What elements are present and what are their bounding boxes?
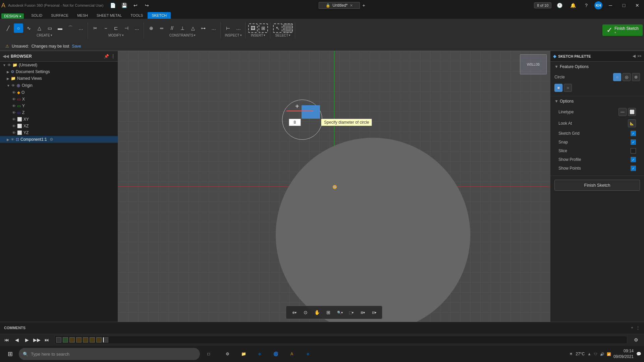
constrain5-btn[interactable]: △ (188, 23, 198, 33)
tab-mesh[interactable]: MESH (73, 12, 92, 19)
orbit-btn[interactable]: ⊙ (300, 307, 311, 318)
taskbar-edge2-btn[interactable]: e (301, 347, 315, 361)
browser-item-origin-z[interactable]: 👁 ▭ Z (0, 109, 118, 116)
component-settings-icon[interactable]: ⚙ (50, 137, 53, 142)
eye-icon[interactable]: 👁 (11, 83, 15, 87)
spline-btn[interactable]: ∿ (24, 23, 34, 33)
network-icon[interactable]: ▲ (587, 352, 591, 356)
browser-item-origin[interactable]: ▼ 👁 ⊕ Origin (0, 82, 118, 89)
maximize-btn[interactable]: □ (619, 0, 629, 11)
feature-options-header[interactable]: ▼ Feature Options (554, 64, 640, 69)
pan-btn[interactable]: ✋ (312, 307, 322, 318)
eye-icon[interactable]: 👁 (12, 104, 16, 108)
taskbar-chrome-btn[interactable]: 🌀 (268, 347, 283, 361)
start-btn[interactable]: ⊞ (3, 347, 17, 361)
view-options-btn[interactable]: ⊟▾ (369, 307, 379, 318)
look-at-btn[interactable]: 📐 (628, 119, 636, 127)
select-cursor-btn[interactable]: ⬚ (283, 23, 293, 33)
more-constraints-btn[interactable]: … (209, 23, 218, 33)
minimize-btn[interactable]: ─ (605, 0, 616, 11)
create-group-label[interactable]: CREATE ▾ (37, 34, 52, 37)
sketch-grid-checkbox[interactable] (631, 131, 636, 136)
eye-icon[interactable]: 👁 (12, 111, 16, 115)
timeline-marker-3[interactable] (69, 337, 75, 343)
grid-display-btn[interactable]: ⊞▾ (357, 307, 368, 318)
browser-item-origin-x[interactable]: 👁 ▭ X (0, 96, 118, 103)
insert-image-btn[interactable]: 🖼 (248, 23, 258, 33)
finish-sketch-palette-btn[interactable]: Finish Sketch (554, 180, 640, 191)
select-mode-btn[interactable]: ↖ (273, 23, 282, 33)
eye-icon[interactable]: 👁 (12, 131, 16, 135)
inspect-dim-btn[interactable]: ⊢ (223, 23, 233, 33)
eye-icon[interactable]: 👁 (12, 124, 16, 128)
tab-sketch[interactable]: SKETCH (148, 12, 171, 19)
options-header[interactable]: ▼ Options (554, 99, 640, 104)
3pt-circle-btn[interactable]: ⊚ (632, 73, 640, 81)
tab-solid[interactable]: SOLID (27, 12, 46, 19)
finish-sketch-ribbon-btn[interactable]: ✓ Finish Sketch ▾ (602, 24, 643, 36)
new-tab-btn[interactable]: + (360, 0, 368, 11)
viewport[interactable]: Specify diameter of circle + W0LL0B ⊕▾ ⊙… (118, 51, 550, 322)
save-now-btn[interactable]: Save (72, 44, 81, 49)
browser-pin-icon[interactable]: 📌 (104, 54, 109, 59)
close-btn[interactable]: ✕ (632, 0, 643, 11)
filled-circle-btn[interactable]: ■ (554, 84, 562, 92)
fit-btn[interactable]: ⊞ (323, 307, 334, 318)
timeline-marker-1[interactable] (56, 337, 61, 343)
tab-sheet-metal[interactable]: SHEET METAL (93, 12, 126, 19)
task-view-btn[interactable]: □ (201, 347, 216, 361)
redo-btn[interactable]: ↪ (142, 0, 152, 11)
select-group-label[interactable]: SELECT ▾ (275, 34, 291, 37)
linetype-construct-btn[interactable]: ⬜ (628, 108, 636, 116)
browser-item-origin-xy[interactable]: 👁 ⬜ XY (0, 116, 118, 123)
center-circle-btn[interactable]: ○ (613, 73, 621, 81)
display-mode-btn[interactable]: ⬚▾ (346, 307, 357, 318)
circle-tool-btn[interactable]: ○ (14, 23, 23, 33)
eye-icon[interactable]: 👁 (12, 97, 16, 101)
timeline-current-marker[interactable] (103, 337, 108, 343)
browser-item-named-views[interactable]: ▶ 📁 Named Views (0, 75, 118, 82)
browser-item-origin-yz[interactable]: 👁 ⬜ YZ (0, 129, 118, 136)
tab-tools[interactable]: TOOLS (126, 12, 147, 19)
system-clock[interactable]: 09:14 09/09/2021 (613, 348, 634, 360)
network-wifi-icon[interactable]: 📶 (607, 352, 611, 356)
insert-more-btn[interactable]: ⊞ (259, 23, 268, 33)
timeline-prev-btn[interactable]: ◀ (13, 335, 21, 345)
browser-item-component1[interactable]: ▶ 👁 ⊡ Component1:1 ⚙ (0, 136, 118, 143)
eye-icon[interactable]: 👁 (11, 137, 14, 141)
help-icon[interactable]: ? (581, 0, 592, 11)
modify-group-label[interactable]: MODIFY ▾ (108, 34, 124, 37)
palette-collapse-left-icon[interactable]: ◀ (633, 54, 635, 58)
constrain4-btn[interactable]: ⊥ (178, 23, 187, 33)
show-profile-checkbox[interactable] (631, 157, 636, 162)
snap-checkbox[interactable] (631, 139, 636, 145)
view-cube[interactable]: W0LL0B (520, 54, 547, 74)
line-tool-btn[interactable]: ╱ (3, 23, 13, 33)
arc-btn[interactable]: ⌒ (66, 23, 75, 33)
design-dropdown[interactable]: DESIGN ▾ (1, 13, 24, 19)
eye-icon[interactable]: 👁 (7, 63, 11, 67)
browser-item-origin-o[interactable]: 👁 ◆ O (0, 89, 118, 96)
clock-icon[interactable]: 🕐 (554, 0, 565, 11)
linetype-solid-btn[interactable]: — (619, 108, 627, 116)
tab-surface[interactable]: SURFACE (47, 12, 72, 19)
more-create-btn[interactable]: … (76, 23, 86, 33)
comments-dots-icon[interactable]: ⋮ (636, 325, 640, 330)
browser-dots-icon[interactable]: ⋮ (111, 54, 115, 59)
timeline-marker-5[interactable] (83, 337, 88, 343)
browser-item-unsaved[interactable]: ▼ 👁 📁 (Unsaved) (0, 62, 118, 68)
timeline-next-btn[interactable]: ▶▶ (33, 335, 41, 345)
offset-btn[interactable]: ⊏ (111, 23, 121, 33)
notification-bell-icon[interactable]: 🔔 (568, 0, 578, 11)
timeline-track[interactable] (54, 336, 627, 344)
dimension-input[interactable] (289, 119, 301, 126)
insert-group-label[interactable]: INSERT ▾ (251, 34, 266, 37)
constrain2-btn[interactable]: ═ (157, 23, 166, 33)
taskbar-files-btn[interactable]: 📁 (236, 347, 251, 361)
more-modify-btn[interactable]: … (132, 23, 142, 33)
palette-expand-icon[interactable]: >> (637, 54, 641, 58)
speaker-icon[interactable]: 🔊 (600, 352, 604, 356)
new-file-btn[interactable]: 📄 (107, 0, 118, 11)
save-btn-qa[interactable]: 💾 (119, 0, 129, 11)
inspect-group-label[interactable]: INSPECT ▾ (225, 34, 241, 37)
